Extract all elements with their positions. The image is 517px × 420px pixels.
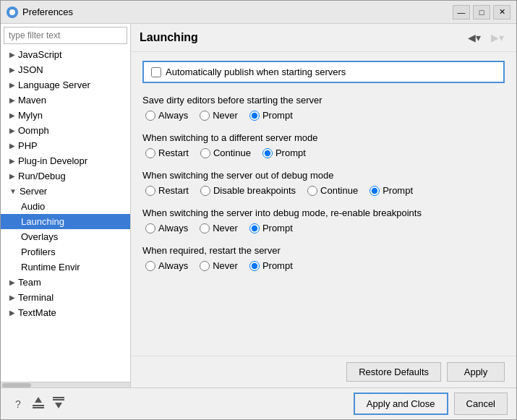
switch-restart: Restart	[145, 147, 189, 158]
prompt-radio[interactable]	[369, 186, 380, 196]
apply-close-button[interactable]: Apply and Close	[354, 393, 448, 415]
back-button[interactable]: ◀ ▾	[464, 30, 484, 46]
restart-server-label: When required, restart the server	[142, 245, 505, 256]
main-content: ▶ JavaScript ▶ JSON ▶ Language Server ▶ …	[1, 24, 516, 387]
expand-arrow: ▶	[9, 309, 15, 317]
apply-button[interactable]: Apply	[447, 362, 505, 382]
sidebar-item-json[interactable]: ▶ JSON	[1, 62, 130, 77]
prompt-radio[interactable]	[249, 223, 260, 233]
panel-actions: Restore Defaults Apply	[131, 356, 516, 387]
sidebar-scrollbar[interactable]	[1, 382, 130, 387]
back-icon: ◀	[468, 32, 476, 43]
disable-radio[interactable]	[200, 186, 210, 196]
sidebar-item-terminal[interactable]: ▶ Terminal	[1, 290, 130, 305]
always-radio[interactable]	[145, 111, 155, 121]
expand-arrow: ▶	[9, 157, 15, 165]
save-dirty-options: Always Never Prompt	[142, 110, 505, 121]
minimize-button[interactable]: —	[453, 5, 470, 20]
filter-input[interactable]	[4, 27, 127, 44]
right-panel: Launching ◀ ▾ ▶ ▾ Automatically publ	[131, 24, 516, 387]
switch-mode-label: When switching to a different server mod…	[142, 132, 505, 143]
prompt-label: Prompt	[262, 223, 293, 233]
out-debug-disable: Disable breakpoints	[200, 185, 296, 196]
never-radio[interactable]	[200, 261, 210, 271]
expand-arrow: ▶	[9, 66, 15, 74]
never-label: Never	[213, 110, 238, 121]
always-radio[interactable]	[145, 261, 155, 271]
footer-right: Apply and Close Cancel	[354, 393, 508, 415]
sidebar-item-php[interactable]: ▶ PHP	[1, 138, 130, 153]
save-dirty-prompt: Prompt	[249, 110, 293, 121]
sidebar-item-language-server[interactable]: ▶ Language Server	[1, 77, 130, 93]
sidebar-item-textmate[interactable]: ▶ TextMate	[1, 305, 130, 320]
dropdown-arrow: ▾	[476, 32, 481, 43]
switch-continue: Continue	[200, 147, 251, 158]
sidebar-item-label: Language Server	[18, 80, 90, 90]
restart-radio[interactable]	[145, 148, 155, 158]
sidebar-item-javascript[interactable]: ▶ JavaScript	[1, 47, 130, 62]
out-debug-label: When switching the server out of debug m…	[142, 170, 505, 181]
svg-rect-2	[33, 407, 44, 408]
sidebar-item-overlays[interactable]: Overlays	[1, 229, 130, 244]
sidebar-item-launching[interactable]: Launching	[1, 214, 130, 229]
sidebar-item-profilers[interactable]: Profilers	[1, 244, 130, 260]
always-radio[interactable]	[145, 223, 155, 233]
continue-radio[interactable]	[307, 186, 317, 196]
window-icon	[7, 7, 18, 18]
into-debug-group: When switching the server into debug mod…	[142, 207, 505, 233]
expand-arrow: ▶	[9, 96, 15, 104]
svg-rect-4	[53, 397, 64, 398]
continue-radio[interactable]	[200, 148, 210, 158]
sidebar-item-plugin-dev[interactable]: ▶ Plug-in Developr	[1, 153, 130, 168]
restart-label: Restart	[158, 147, 189, 158]
sidebar-item-label: PHP	[18, 140, 38, 151]
expand-arrow: ▶	[9, 293, 15, 301]
export-button[interactable]	[50, 395, 67, 413]
restart-prompt: Prompt	[249, 260, 293, 271]
scrollbar-thumb	[2, 383, 31, 387]
sidebar-item-runtime-env[interactable]: Runtime Envir	[1, 260, 130, 275]
restart-always: Always	[145, 260, 188, 271]
sidebar-item-label: JSON	[18, 64, 43, 75]
always-label: Always	[158, 260, 188, 271]
sidebar-item-oomph[interactable]: ▶ Oomph	[1, 123, 130, 138]
never-radio[interactable]	[200, 111, 210, 121]
expand-arrow: ▶	[9, 278, 15, 286]
maximize-button[interactable]: □	[473, 5, 490, 20]
sidebar-item-label: TextMate	[18, 307, 56, 318]
out-debug-prompt: Prompt	[369, 185, 413, 196]
restart-radio[interactable]	[145, 186, 155, 196]
into-debug-label: When switching the server into debug mod…	[142, 207, 505, 218]
panel-title: Launching	[140, 31, 464, 44]
prompt-radio[interactable]	[249, 111, 260, 121]
sidebar-item-maven[interactable]: ▶ Maven	[1, 93, 130, 108]
sidebar-item-label: Team	[18, 277, 41, 288]
import-icon	[32, 397, 45, 411]
expand-arrow: ▶	[9, 172, 15, 180]
sidebar-item-label: Audio	[21, 201, 45, 212]
import-button[interactable]	[30, 395, 47, 413]
forward-icon: ▶	[491, 32, 499, 43]
sidebar-item-team[interactable]: ▶ Team	[1, 275, 130, 290]
sidebar-item-server[interactable]: ▼ Server	[1, 184, 130, 199]
auto-publish-checkbox[interactable]	[151, 67, 161, 77]
out-debug-group: When switching the server out of debug m…	[142, 170, 505, 196]
sidebar-item-run-debug[interactable]: ▶ Run/Debug	[1, 168, 130, 184]
cancel-button[interactable]: Cancel	[454, 393, 508, 415]
out-debug-options: Restart Disable breakpoints Continue	[142, 185, 505, 196]
forward-button[interactable]: ▶ ▾	[487, 30, 508, 46]
expand-arrow: ▶	[9, 142, 15, 150]
sidebar-item-mylyn[interactable]: ▶ Mylyn	[1, 108, 130, 123]
export-icon	[52, 397, 65, 411]
restore-defaults-button[interactable]: Restore Defaults	[346, 362, 441, 382]
expand-arrow: ▶	[9, 51, 15, 59]
help-button[interactable]: ?	[9, 395, 27, 413]
sidebar-item-label: Plug-in Developr	[18, 155, 87, 166]
never-radio[interactable]	[200, 223, 210, 233]
close-button[interactable]: ✕	[493, 5, 510, 20]
sidebar-item-audio[interactable]: Audio	[1, 199, 130, 214]
title-bar: Preferences — □ ✕	[1, 1, 516, 24]
prompt-radio[interactable]	[262, 148, 273, 158]
prompt-radio[interactable]	[249, 261, 260, 271]
svg-marker-3	[35, 397, 42, 403]
